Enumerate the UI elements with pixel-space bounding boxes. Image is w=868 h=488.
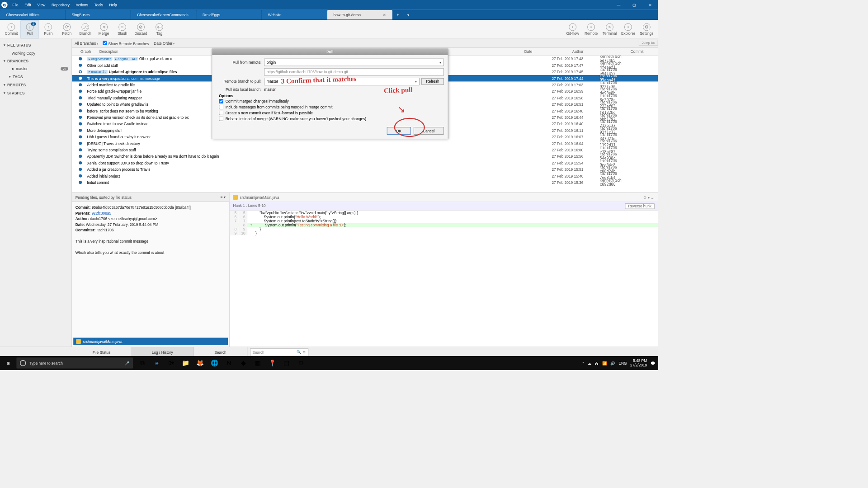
dialog-title: Pull: [212, 49, 448, 55]
repo-tab[interactable]: how-to-git-demo✕: [327, 10, 392, 19]
edge-icon[interactable]: e: [150, 356, 164, 370]
close-tab-icon[interactable]: ✕: [380, 13, 386, 17]
settings-button[interactable]: ⚙Settings: [637, 20, 656, 38]
commit-row[interactable]: Added a jar creation process to Travis27…: [72, 166, 658, 173]
repo-tab[interactable]: CheesecakeUtilities: [0, 10, 65, 19]
fetch-button[interactable]: ⟳Fetch: [57, 20, 76, 38]
opt-no-ff[interactable]: [219, 111, 223, 115]
merge-button[interactable]: ⤭Merge: [94, 20, 113, 38]
options-label: Options: [219, 94, 443, 98]
reverse-hunk-button[interactable]: Reverse hunk: [625, 203, 655, 209]
tray-chevron-icon[interactable]: ˄: [582, 361, 585, 366]
remote-url-field: https://github.com/itachi1706/how-to-git…: [264, 68, 443, 76]
add-tab-button[interactable]: +: [393, 10, 403, 19]
opt-include-messages[interactable]: [219, 105, 223, 109]
pull-button[interactable]: ↓Pull2: [20, 20, 39, 38]
app-icon[interactable]: ▦: [251, 356, 264, 370]
pending-files-label: Pending files, sorted by file status: [75, 195, 132, 199]
stash-button[interactable]: ≡Stash: [113, 20, 132, 38]
firefox-icon[interactable]: 🦊: [193, 356, 207, 370]
menu-edit[interactable]: Edit: [22, 1, 34, 8]
mic-icon[interactable]: 🎤: [125, 361, 130, 366]
sourcetree-icon[interactable]: ⧉: [294, 356, 307, 370]
sidebar-branches-header[interactable]: BRANCHES: [0, 57, 71, 65]
commit-row[interactable]: Trying some compilation stuff27 Feb 2019…: [72, 146, 658, 153]
remote-select[interactable]: origin: [264, 59, 443, 66]
commit-row[interactable]: Apparently JDK Switcher is done before a…: [72, 153, 658, 160]
remote-branch-select[interactable]: master: [264, 78, 420, 85]
repo-tab[interactable]: Website: [262, 10, 327, 19]
commit-row[interactable]: Xenial dont support JDK8 so drop down to…: [72, 160, 658, 166]
sidebar-file-status-header[interactable]: FILE STATUS: [0, 41, 71, 49]
taskbar-search[interactable]: Type here to search 🎤: [16, 357, 133, 368]
tray-wifi-icon[interactable]: 📶: [602, 361, 607, 366]
close-window-button[interactable]: ✕: [642, 0, 658, 9]
show-remote-toggle[interactable]: Show Remote Branches: [103, 41, 149, 46]
explorer-icon[interactable]: 📁: [179, 356, 193, 370]
commit-details-pane: Pending files, sorted by file status ≡ ▾…: [72, 192, 658, 347]
title-bar: ⧉ FileEditViewRepositoryActionsToolsHelp…: [0, 0, 658, 9]
ok-button[interactable]: OK: [387, 127, 411, 135]
minimize-button[interactable]: —: [611, 0, 627, 9]
explorer-button[interactable]: •Explorer: [619, 20, 637, 38]
remote-button[interactable]: •Remote: [582, 20, 600, 38]
file-modified-icon: [233, 195, 238, 200]
order-dropdown[interactable]: Date Order: [154, 41, 175, 45]
refresh-button[interactable]: Refresh: [422, 78, 444, 85]
file-modified-icon: [76, 339, 81, 344]
tray-notifications-icon[interactable]: 💬: [651, 361, 656, 366]
commit-row[interactable]: [DEBUG] Travis check directory27 Feb 201…: [72, 140, 658, 146]
branch-button[interactable]: ⎇Branch: [76, 20, 94, 38]
app-icon[interactable]: N: [222, 356, 236, 370]
store-icon[interactable]: 🛍: [165, 356, 178, 370]
maximize-button[interactable]: ▢: [627, 0, 642, 9]
repo-tab[interactable]: DroidEggs: [196, 10, 261, 19]
tray-volume-icon[interactable]: 🔊: [610, 361, 615, 366]
changed-file-row[interactable]: src/main/java/Main.java: [73, 338, 228, 345]
commit-row[interactable]: Initial commit27 Feb 2019 15:36Kenneth S…: [72, 179, 658, 185]
pull-dialog: Pull Pull from remote: origin https://gi…: [212, 49, 448, 139]
menu-actions[interactable]: Actions: [73, 1, 90, 8]
tray-cloud-icon[interactable]: ☁: [588, 361, 591, 366]
sidebar-working-copy[interactable]: Working Copy: [0, 49, 71, 57]
terminal-button[interactable]: >Terminal: [600, 20, 619, 38]
jump-to-label[interactable]: Jump to:: [639, 40, 658, 46]
app-icon[interactable]: ◆: [236, 356, 250, 370]
repo-tab-strip: CheesecakeUtilitiesSingBusesCheesecakeSe…: [0, 9, 658, 20]
sidebar-remotes-header[interactable]: REMOTES: [0, 81, 71, 89]
cancel-button[interactable]: Cancel: [414, 127, 444, 135]
commit-button[interactable]: +Commit: [2, 20, 21, 38]
menu-view[interactable]: View: [34, 1, 48, 8]
search-input[interactable]: Search 🔍 ⚙: [250, 348, 308, 356]
tray-clock[interactable]: 5:48 PM 27/2/2019: [630, 358, 647, 367]
discard-button[interactable]: ⊘Discard: [132, 20, 150, 38]
commit-row[interactable]: Added initial project27 Feb 2019 15:40it…: [72, 173, 658, 179]
app-logo-icon: ⧉: [1, 2, 8, 8]
branch-label: master: [16, 67, 27, 71]
chrome-icon[interactable]: 🌐: [208, 356, 221, 370]
menu-file[interactable]: File: [9, 1, 21, 8]
task-view-icon[interactable]: ⧉: [136, 356, 149, 370]
menu-repository[interactable]: Repository: [49, 1, 72, 8]
opt-commit-merged[interactable]: [219, 99, 223, 103]
git-flow-button[interactable]: •Git-flow: [563, 20, 582, 38]
app-icon[interactable]: ▤: [280, 356, 293, 370]
tray-network-icon[interactable]: 🖧: [595, 361, 599, 365]
repo-tab[interactable]: CheesecakeServerCommands: [131, 10, 196, 19]
tray-lang[interactable]: ENG: [618, 361, 627, 365]
tab-menu-button[interactable]: ▾: [403, 10, 413, 19]
opt-rebase[interactable]: [219, 117, 223, 121]
diff-options-icon[interactable]: ⚙ ▾ …: [643, 195, 655, 200]
menu-help[interactable]: Help: [107, 1, 120, 8]
sidebar-stashes-header[interactable]: STASHES: [0, 89, 71, 97]
branch-filter-dropdown[interactable]: All Branches: [75, 41, 98, 45]
sidebar-branch-master[interactable]: ●master 2↓: [0, 65, 71, 73]
start-button[interactable]: ⊞: [0, 356, 16, 370]
branch-behind-count: 2↓: [61, 67, 68, 71]
maps-icon[interactable]: 📍: [265, 356, 279, 370]
menu-tools[interactable]: Tools: [91, 1, 106, 8]
sidebar-tags-header[interactable]: TAGS: [0, 73, 71, 81]
tag-button[interactable]: 🏷Tag: [150, 20, 169, 38]
push-button[interactable]: ↑Push: [39, 20, 57, 38]
repo-tab[interactable]: SingBuses: [66, 10, 131, 19]
